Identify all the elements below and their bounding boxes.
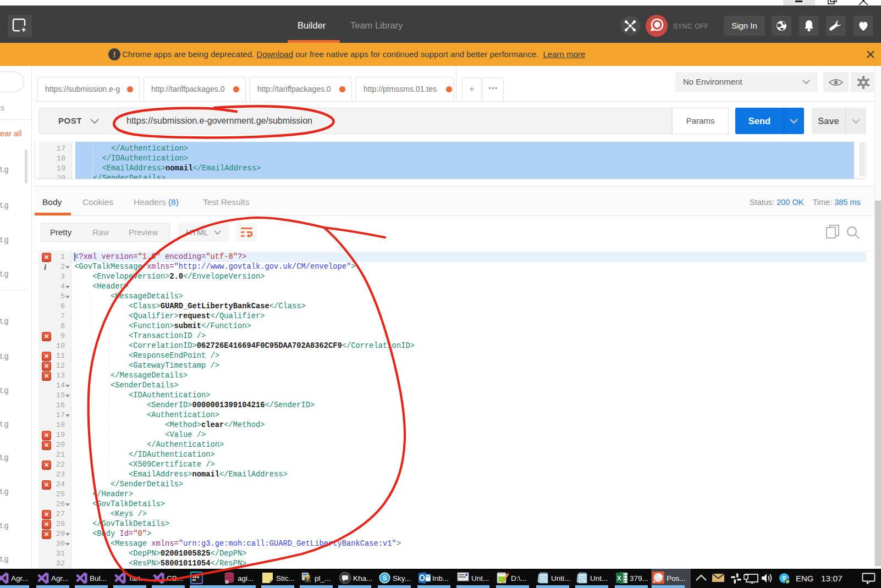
- svg-text:S: S: [382, 574, 387, 582]
- svg-text:WS: WS: [192, 574, 200, 579]
- svg-text:+: +: [21, 25, 26, 34]
- svg-text:X: X: [617, 575, 621, 581]
